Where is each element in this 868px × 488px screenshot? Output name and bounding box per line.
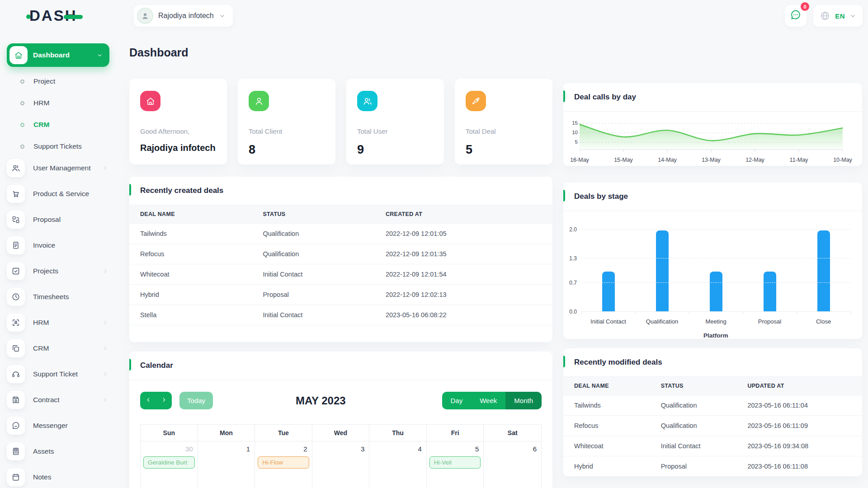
table-cell: 2022-12-09 12:01:54 <box>375 264 552 285</box>
sidebar-subitem-project[interactable]: Project <box>7 70 109 92</box>
calendar-day-cell[interactable]: 6 <box>484 441 541 488</box>
column-header: CREATED AT <box>375 205 552 224</box>
y-axis-tick-label: 10 <box>572 130 578 135</box>
user-icon <box>249 91 269 111</box>
chevron-right-icon <box>102 397 108 403</box>
calendar-view-day-button[interactable]: Day <box>442 392 472 409</box>
calendar-view-week-button[interactable]: Week <box>471 392 505 409</box>
x-axis-tick-label: 15-May <box>614 157 633 163</box>
sidebar-item-projects[interactable]: Projects <box>7 262 109 280</box>
stat-card-total-deal: Total Deal5 <box>455 79 552 164</box>
sidebar-item-label: CRM <box>33 344 94 352</box>
calendar-day-name: Wed <box>312 425 370 441</box>
bar <box>764 272 776 312</box>
calendar-day-cell[interactable]: 2Hi-Flow <box>255 441 312 488</box>
sidebar-subitem-support-tickets[interactable]: Support Tickets <box>7 136 109 157</box>
user-focus-icon <box>7 314 25 332</box>
chevron-down-icon <box>219 13 226 19</box>
calendar-prev-button[interactable] <box>140 392 156 409</box>
table-row: HybridProposal2022-12-09 12:02:13 <box>129 285 552 305</box>
calendar-date-number: 2 <box>255 443 312 456</box>
calendar-day-cell[interactable]: 5Hi-Veil <box>427 441 484 488</box>
rocket-icon <box>466 91 486 111</box>
calendar-day-cell[interactable]: 4 <box>369 441 427 488</box>
company-selector[interactable]: Rajodiya infotech <box>134 5 233 27</box>
column-header: DEAL NAME <box>129 205 252 224</box>
table-row: RefocusQualification2022-12-09 12:01:35 <box>129 244 552 264</box>
language-selector[interactable]: EN <box>813 5 863 27</box>
sidebar-item-user-management[interactable]: User Management <box>7 159 109 177</box>
chevron-down-icon <box>849 13 856 19</box>
message-icon <box>790 9 802 23</box>
messages-button[interactable]: 0 <box>785 5 807 27</box>
sidebar-item-invoice[interactable]: Invoice <box>7 236 109 254</box>
calendar-day-name: Tue <box>255 425 312 441</box>
table-cell: Initial Contact <box>252 264 374 285</box>
calendar-event[interactable]: Hi-Flow <box>258 456 309 469</box>
sidebar-item-label: Invoice <box>33 241 109 249</box>
calendar-event[interactable]: Hi-Veil <box>429 456 481 469</box>
recently-created-deals-table: DEAL NAMESTATUSCREATED AT TailwindsQuali… <box>129 205 552 325</box>
calendar-day-cell[interactable]: 1 <box>198 441 255 488</box>
calendar-date-number: 4 <box>369 443 426 456</box>
sidebar-item-label: Contract <box>33 396 94 404</box>
y-axis-tick-label: 1.3 <box>563 255 577 262</box>
globe-icon <box>820 10 830 21</box>
main-content: Dashboard Good Afternoon,Rajodiya infote… <box>118 33 868 488</box>
sidebar-subitem-label: Project <box>33 77 55 85</box>
sidebar-item-timesheets[interactable]: Timesheets <box>7 288 109 306</box>
calendar-next-button[interactable] <box>156 392 172 409</box>
sidebar-item-dashboard[interactable]: Dashboard <box>7 43 109 67</box>
sidebar-item-product-service[interactable]: Product & Service <box>7 185 109 203</box>
sidebar-item-proposal[interactable]: Proposal <box>7 211 109 229</box>
sidebar-subitem-hrm[interactable]: HRM <box>7 92 109 114</box>
x-axis-category-label: Close <box>797 318 850 325</box>
stat-card-good-afternoon: Good Afternoon,Rajodiya infotech <box>129 79 227 164</box>
y-axis-tick-label: 5 <box>575 139 578 145</box>
y-axis-tick-label: 0.0 <box>563 309 577 315</box>
sidebar-subitem-crm[interactable]: CRM <box>7 114 109 136</box>
chevron-right-icon <box>102 268 108 274</box>
sidebar-item-crm[interactable]: CRM <box>7 339 109 357</box>
table-row: StellaInitial Contact2023-05-16 06:08:22 <box>129 305 552 325</box>
table-cell: Stella <box>129 305 252 325</box>
x-axis-tick-label: 10-May <box>833 157 852 163</box>
table-row: WhitecoatInitial Contact2023-05-16 09:34… <box>563 436 862 456</box>
panel-title: Recently modified deals <box>574 358 851 367</box>
chat-icon <box>7 417 25 435</box>
calendar-event[interactable]: Geraldine Burt <box>143 456 195 469</box>
headset-icon <box>7 365 25 383</box>
stat-card-total-client: Total Client8 <box>238 79 335 164</box>
table-footer <box>129 325 552 342</box>
sidebar-item-contract[interactable]: Contract <box>7 391 109 409</box>
header-actions: 0 EN <box>785 5 863 27</box>
calendar-day-cell[interactable]: 3 <box>312 441 370 488</box>
sidebar-item-label: Support Ticket <box>33 370 94 378</box>
calendar-today-button[interactable]: Today <box>179 392 213 409</box>
table-cell: Qualification <box>252 224 374 244</box>
sidebar-item-hrm[interactable]: HRM <box>7 314 109 332</box>
brand-logo[interactable]: DASH <box>26 7 83 24</box>
home-icon <box>140 91 160 111</box>
circle-bullet-icon <box>20 123 24 127</box>
calendar-day-name: Thu <box>369 425 427 441</box>
x-axis-tick-label: 16-May <box>570 157 589 163</box>
chevron-right-icon <box>102 371 108 377</box>
calendar-day-cell[interactable]: 30Geraldine Burt <box>141 441 198 488</box>
stat-value: 5 <box>466 143 542 157</box>
calendar-day-name: Sun <box>141 425 198 441</box>
bar <box>656 230 669 312</box>
messages-badge: 0 <box>801 2 809 11</box>
sidebar-item-support-ticket[interactable]: Support Ticket <box>7 365 109 383</box>
recently-created-deals-panel: Recently created deals DEAL NAMESTATUSCR… <box>129 177 552 342</box>
sidebar-item-messenger[interactable]: Messenger <box>7 417 109 435</box>
sidebar-item-label: Dashboard <box>33 51 91 59</box>
chevron-down-icon <box>96 52 103 59</box>
sidebar-item-notes[interactable]: Notes <box>7 468 109 486</box>
sidebar-item-assets[interactable]: Assets <box>7 442 109 460</box>
sidebar-item-label: Assets <box>33 447 109 455</box>
calendar-view-month-button[interactable]: Month <box>505 392 542 409</box>
top-header: DASH Rajodiya infotech 0 EN <box>0 0 868 33</box>
table-cell: 2023-05-16 06:11:08 <box>736 456 862 477</box>
panel-title: Deals by stage <box>574 192 851 201</box>
